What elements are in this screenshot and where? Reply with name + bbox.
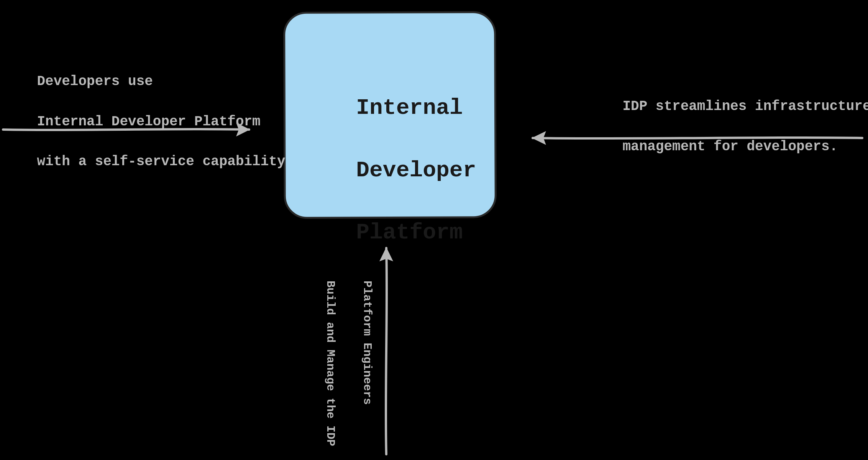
idp-node-line2: Developer bbox=[356, 158, 476, 183]
platform-engineers-label: Platform Engineers Build and Manage the … bbox=[303, 253, 395, 446]
idp-node-line3: Platform bbox=[356, 220, 463, 245]
diagram-canvas: Internal Developer Platform Developers u… bbox=[0, 0, 868, 460]
developers-label-line1: Developers use bbox=[37, 74, 153, 89]
platform-engineers-label-line2: Build and Manage the IDP bbox=[324, 281, 337, 446]
idp-node-line1: Internal bbox=[356, 95, 463, 120]
developers-arrow bbox=[0, 119, 268, 142]
infrastructure-label-line1: IDP streamlines infrastructure bbox=[622, 99, 868, 114]
infrastructure-arrow bbox=[515, 127, 868, 150]
developers-label-line3: with a self-service capability bbox=[37, 154, 285, 169]
svg-marker-1 bbox=[533, 132, 545, 144]
platform-engineers-label-line1: Platform Engineers bbox=[361, 281, 374, 405]
